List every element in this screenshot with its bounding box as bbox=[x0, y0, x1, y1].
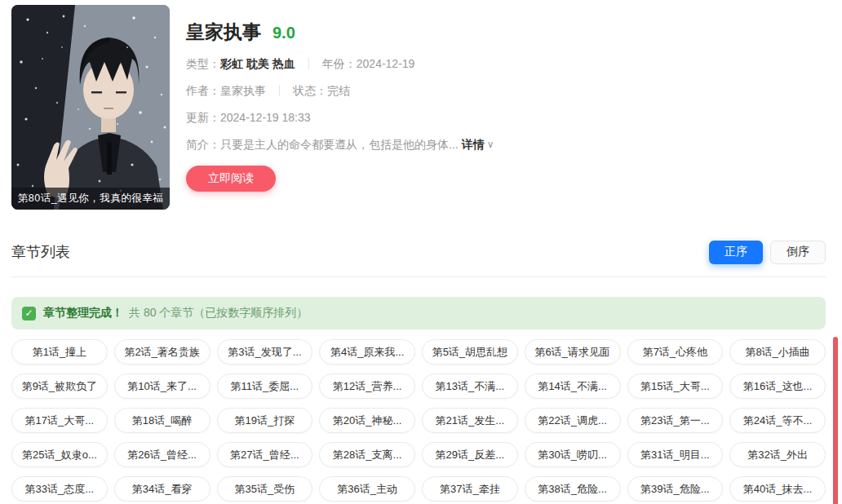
chapter-pill[interactable]: 第7话_心疼他 bbox=[627, 339, 724, 365]
chapter-grid: 第1话_撞上第2话_著名贵族第3话_发现了...第4话_原来我...第5话_胡思… bbox=[11, 339, 826, 502]
chapter-pill[interactable]: 第34话_看穿 bbox=[114, 476, 210, 502]
rating-badge: 9.0 bbox=[273, 24, 295, 42]
cover-caption: 第80话_遇见你，我真的很幸福 bbox=[11, 188, 170, 210]
chapter-pill[interactable]: 第31话_明目... bbox=[627, 442, 724, 467]
divider bbox=[279, 85, 280, 96]
chapter-pill[interactable]: 第40话_抹去... bbox=[729, 476, 826, 502]
sort-descending-button[interactable]: 倒序 bbox=[770, 241, 826, 264]
cover-art-illustration bbox=[11, 5, 170, 210]
meta-line-type-year: 类型： 彩虹 耽美 热血 年份： 2024-12-19 bbox=[186, 55, 494, 72]
sort-ascending-button[interactable]: 正序 bbox=[709, 241, 763, 264]
page-scrollbar-thumb[interactable] bbox=[833, 337, 838, 504]
chapter-pill[interactable]: 第14话_不满... bbox=[525, 374, 621, 399]
chapter-pill[interactable]: 第36话_主动 bbox=[319, 476, 415, 502]
detail-expand-link[interactable]: 详情 bbox=[462, 136, 485, 153]
chapter-pill[interactable]: 第2话_著名贵族 bbox=[114, 339, 210, 365]
read-now-button[interactable]: 立即阅读 bbox=[186, 166, 276, 192]
meta-line-author-status: 作者： 皇家执事 状态： 完结 bbox=[186, 82, 494, 99]
chapter-pill[interactable]: 第4话_原来我... bbox=[319, 339, 415, 365]
chapter-pill[interactable]: 第8话_小插曲 bbox=[729, 339, 826, 365]
status-label: 状态： bbox=[293, 82, 327, 99]
page-title: 皇家执事 bbox=[186, 20, 261, 45]
chapter-section: 章节列表 正序 倒序 ✓ 章节整理完成！ 共 80 个章节（已按数字顺序排列） … bbox=[0, 241, 842, 502]
chapter-pill[interactable]: 第19话_打探 bbox=[217, 408, 313, 433]
chapter-pill[interactable]: 第37话_牵挂 bbox=[422, 476, 518, 502]
sort-button-group: 正序 倒序 bbox=[709, 241, 826, 264]
chapter-pill[interactable]: 第35话_受伤 bbox=[217, 476, 313, 502]
chapter-pill[interactable]: 第32话_外出 bbox=[729, 442, 826, 467]
notice-detail-text: 共 80 个章节（已按数字顺序排列） bbox=[129, 306, 308, 321]
notice-bold-text: 章节整理完成！ bbox=[43, 306, 123, 321]
chapter-pill[interactable]: 第26话_曾经... bbox=[114, 442, 210, 467]
chapter-pill[interactable]: 第29话_反差... bbox=[422, 442, 518, 467]
sort-complete-notice: ✓ 章节整理完成！ 共 80 个章节（已按数字顺序排列） bbox=[11, 297, 826, 329]
cover-image[interactable]: 第80话_遇见你，我真的很幸福 bbox=[11, 5, 170, 210]
type-value: 彩虹 耽美 热血 bbox=[220, 55, 295, 72]
intro-label: 简介： bbox=[186, 136, 220, 153]
chapter-pill[interactable]: 第17话_大哥... bbox=[11, 408, 108, 433]
chapter-pill[interactable]: 第33话_态度... bbox=[11, 476, 108, 502]
chapter-pill[interactable]: 第1话_撞上 bbox=[11, 339, 108, 365]
chapter-pill[interactable]: 第28话_支离... bbox=[319, 442, 415, 467]
chapter-pill[interactable]: 第3话_发现了... bbox=[217, 339, 313, 365]
year-label: 年份： bbox=[322, 55, 357, 72]
chapter-pill[interactable]: 第6话_请求见面 bbox=[525, 339, 621, 365]
chapter-pill[interactable]: 第16话_这也... bbox=[729, 374, 826, 399]
chapter-pill[interactable]: 第22话_调虎... bbox=[525, 408, 621, 433]
chapter-pill[interactable]: 第27话_曾经... bbox=[217, 442, 313, 467]
meta-line-update: 更新： 2024-12-19 18:33 bbox=[186, 109, 494, 126]
chapter-pill[interactable]: 第15话_大哥... bbox=[627, 374, 724, 399]
chapter-pill[interactable]: 第30话_唠叨... bbox=[525, 442, 621, 467]
book-info-section: 第80话_遇见你，我真的很幸福 皇家执事 9.0 类型： 彩虹 耽美 热血 年份… bbox=[0, 0, 842, 210]
chapter-pill[interactable]: 第23话_第一... bbox=[627, 408, 724, 433]
book-meta: 皇家执事 9.0 类型： 彩虹 耽美 热血 年份： 2024-12-19 作者：… bbox=[186, 5, 494, 210]
chapter-pill[interactable]: 第9话_被欺负了 bbox=[11, 374, 108, 399]
chapter-list-title: 章节列表 bbox=[11, 242, 70, 262]
chapter-pill[interactable]: 第21话_发生... bbox=[422, 408, 518, 433]
author-label: 作者： bbox=[186, 82, 220, 99]
update-value: 2024-12-19 18:33 bbox=[220, 109, 311, 126]
chapter-pill[interactable]: 第39话_危险... bbox=[627, 476, 724, 502]
chapter-pill[interactable]: 第11话_委屈... bbox=[217, 374, 313, 399]
intro-value: 只要是主人的命令都要遵从，包括是他的身体... bbox=[220, 136, 459, 153]
update-label: 更新： bbox=[186, 109, 220, 126]
type-label: 类型： bbox=[186, 55, 220, 72]
check-icon: ✓ bbox=[22, 307, 36, 321]
divider bbox=[308, 58, 309, 69]
chapter-pill[interactable]: 第24话_等不... bbox=[729, 408, 826, 433]
chapter-pill[interactable]: 第5话_胡思乱想 bbox=[422, 339, 518, 365]
section-divider bbox=[11, 276, 826, 277]
status-value: 完结 bbox=[327, 82, 350, 99]
chevron-down-icon[interactable]: ∨ bbox=[487, 136, 494, 153]
chapter-pill[interactable]: 第12话_营养... bbox=[319, 374, 415, 399]
author-value: 皇家执事 bbox=[220, 82, 266, 99]
chapter-pill[interactable]: 第25话_奴隶o... bbox=[11, 442, 108, 467]
chapter-pill[interactable]: 第20话_神秘... bbox=[319, 408, 415, 433]
chapter-pill[interactable]: 第18话_喝醉 bbox=[114, 408, 210, 433]
chapter-pill[interactable]: 第13话_不满... bbox=[422, 374, 518, 399]
chapter-pill[interactable]: 第10话_来了... bbox=[114, 374, 210, 399]
meta-line-intro: 简介： 只要是主人的命令都要遵从，包括是他的身体... 详情 ∨ bbox=[186, 136, 494, 153]
chapter-pill[interactable]: 第38话_危险... bbox=[525, 476, 621, 502]
year-value: 2024-12-19 bbox=[357, 55, 415, 72]
